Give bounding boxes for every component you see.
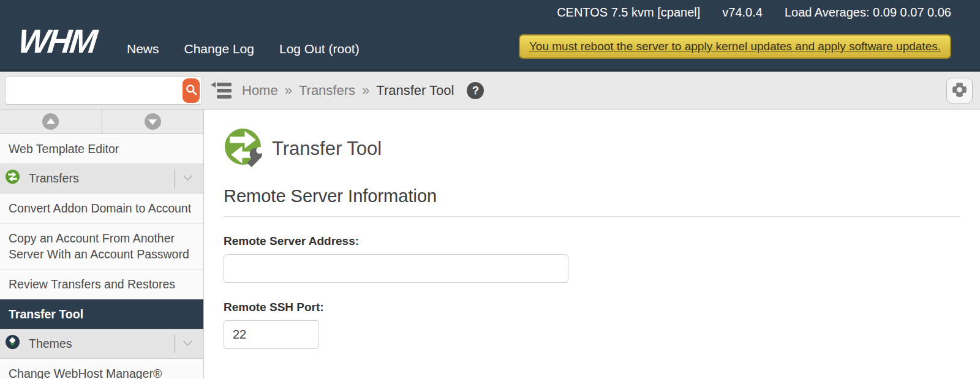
whm-logo[interactable]: WHM: [17, 24, 97, 58]
sidebar-search: [5, 76, 202, 105]
scroll-down-button[interactable]: [102, 110, 204, 133]
search-input[interactable]: [6, 77, 183, 104]
breadcrumb-separator: »: [285, 83, 292, 99]
sidebar: Web Template Editor Transfers Convert Ad…: [0, 110, 204, 378]
sidebar-category-transfers[interactable]: Transfers: [0, 164, 203, 193]
transfer-tool-icon: [224, 127, 265, 170]
sidebar-category-label: Transfers: [29, 171, 79, 186]
support-lifering-icon: [951, 81, 968, 100]
search-button[interactable]: [183, 78, 200, 103]
breadcrumb-bar: Home » Transfers » Transfer Tool ?: [0, 72, 980, 110]
sidebar-category-label: Themes: [29, 336, 72, 351]
remote-ssh-port-label: Remote SSH Port:: [224, 301, 960, 314]
chevron-down-icon[interactable]: [183, 171, 193, 181]
category-divider: [174, 334, 175, 353]
category-divider: [174, 169, 175, 188]
server-status-bar: CENTOS 7.5 kvm [cpanel] v74.0.4 Load Ave…: [557, 6, 951, 20]
breadcrumb-transfers-link[interactable]: Transfers: [299, 83, 355, 99]
sidebar-item-convert-addon-domain[interactable]: Convert Addon Domain to Account: [0, 193, 203, 223]
remote-server-address-input[interactable]: [224, 254, 568, 283]
help-icon[interactable]: ?: [467, 82, 484, 99]
transfers-icon: [6, 170, 20, 187]
page-layout: Web Template Editor Transfers Convert Ad…: [0, 110, 980, 378]
breadcrumb-home-link[interactable]: Home: [242, 83, 278, 99]
nav-changelog-link[interactable]: Change Log: [184, 42, 254, 55]
sidebar-collapse-toggle[interactable]: [211, 81, 232, 100]
remote-ssh-port-input[interactable]: [224, 320, 319, 349]
sidebar-item-transfer-tool[interactable]: Transfer Tool: [0, 299, 203, 329]
server-os-label: CENTOS 7.5 kvm [cpanel]: [557, 6, 700, 20]
sidebar-item-web-template-editor[interactable]: Web Template Editor: [0, 134, 203, 164]
search-icon: [185, 83, 198, 98]
scroll-up-icon: [42, 113, 59, 130]
nav-logout-link[interactable]: Log Out (root): [279, 42, 360, 55]
support-button[interactable]: [946, 78, 973, 103]
header-nav: News Change Log Log Out (root): [127, 42, 360, 55]
load-averages-label: Load Averages: 0.09 0.07 0.06: [785, 6, 951, 20]
whm-version-label: v74.0.4: [722, 6, 763, 20]
sidebar-item-review-transfers[interactable]: Review Transfers and Restores: [0, 269, 203, 299]
sidebar-item-copy-account[interactable]: Copy an Account From Another Server With…: [0, 223, 203, 269]
sidebar-scroll-controls: [0, 110, 203, 134]
breadcrumb-current-page: Transfer Tool: [376, 83, 454, 99]
main-content: Transfer Tool Remote Server Information …: [204, 110, 980, 378]
page-header: Transfer Tool: [224, 127, 960, 170]
sidebar-item-change-whm-theme[interactable]: Change WebHost Manager® Theme: [0, 359, 203, 379]
reboot-alert-banner[interactable]: You must reboot the server to apply kern…: [519, 34, 951, 59]
remote-server-address-label: Remote Server Address:: [224, 235, 960, 248]
scroll-up-button[interactable]: [0, 110, 102, 133]
themes-icon: [6, 335, 20, 353]
top-header: CENTOS 7.5 kvm [cpanel] v74.0.4 Load Ave…: [0, 0, 980, 72]
breadcrumb: Home » Transfers » Transfer Tool ?: [242, 72, 484, 110]
chevron-down-icon[interactable]: [183, 337, 193, 347]
section-title: Remote Server Information: [224, 186, 960, 217]
page-title: Transfer Tool: [272, 138, 382, 160]
sidebar-category-themes[interactable]: Themes: [0, 329, 203, 359]
sidebar-collapse-icon: [211, 92, 232, 102]
breadcrumb-separator: »: [362, 83, 369, 99]
nav-news-link[interactable]: News: [127, 42, 159, 55]
scroll-down-icon: [145, 113, 161, 130]
